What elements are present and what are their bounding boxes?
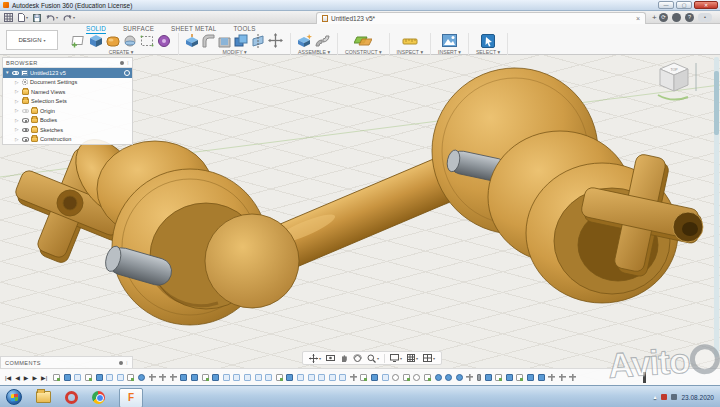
- timeline-doc-feature-icon[interactable]: [106, 374, 113, 381]
- timeline-circle-feature-icon[interactable]: [435, 374, 442, 381]
- display-settings-command[interactable]: ▾: [390, 354, 402, 362]
- chrome-taskbar-icon[interactable]: [92, 391, 105, 404]
- scrollbar-thumb[interactable]: [714, 71, 719, 135]
- timeline-circle-feature-icon[interactable]: [445, 374, 452, 381]
- timeline-sketch-feature-icon[interactable]: [85, 374, 92, 381]
- timeline-move-feature-icon[interactable]: [559, 374, 566, 381]
- go-to-start-button[interactable]: |◀: [5, 374, 11, 381]
- timeline-extrude-feature-icon[interactable]: [527, 374, 534, 381]
- visibility-eye-icon[interactable]: [22, 137, 29, 142]
- browser-item-sketches[interactable]: ▷ Sketches: [3, 125, 132, 135]
- sync-status-icon[interactable]: ⟳: [659, 13, 668, 22]
- browser-item-document-settings[interactable]: ▷ Document Settings: [3, 78, 132, 88]
- view-cube[interactable]: TOP: [652, 57, 704, 105]
- grid-snaps-command[interactable]: ▾: [407, 354, 418, 362]
- timeline-sketch-feature-icon[interactable]: [202, 374, 209, 381]
- timeline-doc-feature-icon[interactable]: [244, 374, 251, 381]
- look-at-command[interactable]: [326, 354, 335, 362]
- timeline-extrude-feature-icon[interactable]: [371, 374, 378, 381]
- visibility-eye-icon[interactable]: [22, 109, 29, 114]
- browser-item-named-views[interactable]: ▷ Named Views: [3, 87, 132, 97]
- measure-icon[interactable]: [402, 34, 418, 48]
- help-icon[interactable]: ?: [685, 13, 694, 22]
- timeline-move-feature-icon[interactable]: [466, 374, 473, 381]
- expand-icon[interactable]: ▷: [15, 108, 20, 113]
- close-tab-icon[interactable]: ×: [636, 15, 640, 23]
- minimize-button[interactable]: —: [658, 1, 674, 9]
- step-back-button[interactable]: ◀: [15, 374, 20, 381]
- viewport-scrollbar[interactable]: [714, 57, 719, 357]
- timeline-extrude-feature-icon[interactable]: [286, 374, 293, 381]
- timeline-doc-feature-icon[interactable]: [329, 374, 336, 381]
- orbit-command[interactable]: [353, 354, 362, 363]
- timeline-doc-feature-icon[interactable]: [74, 374, 81, 381]
- timeline-extrude-feature-icon[interactable]: [180, 374, 187, 381]
- timeline-sketch-feature-icon[interactable]: [127, 374, 134, 381]
- pan-hand-command[interactable]: [340, 354, 348, 363]
- maximize-button[interactable]: ▢: [676, 1, 692, 9]
- redo-button[interactable]: ▾: [63, 14, 75, 22]
- expand-icon[interactable]: ▷: [15, 137, 20, 142]
- timeline-doc-feature-icon[interactable]: [297, 374, 304, 381]
- combine-icon[interactable]: [234, 34, 248, 48]
- tray-app-icon[interactable]: [671, 394, 677, 400]
- play-button[interactable]: ▶: [24, 374, 29, 381]
- browser-item-construction[interactable]: ▷ Construction: [3, 135, 132, 145]
- data-panel-toggle-button[interactable]: [4, 13, 13, 22]
- fillet-icon[interactable]: [202, 34, 215, 48]
- panel-options-icon[interactable]: [120, 61, 124, 65]
- opera-taskbar-icon[interactable]: [65, 391, 78, 404]
- timeline-sketch-feature-icon[interactable]: [495, 374, 502, 381]
- timeline-pin-feature-icon[interactable]: [477, 374, 481, 381]
- fusion360-taskbar-button[interactable]: F: [119, 388, 143, 407]
- timeline-sketch-feature-icon[interactable]: [424, 374, 431, 381]
- timeline-circle-feature-icon[interactable]: [456, 374, 463, 381]
- timeline-doc-feature-icon[interactable]: [117, 374, 124, 381]
- timeline-doc-feature-icon[interactable]: [339, 374, 346, 381]
- select-icon[interactable]: [481, 34, 495, 48]
- timeline-sketch-feature-icon[interactable]: [403, 374, 410, 381]
- panel-options-icon[interactable]: [119, 361, 123, 365]
- new-component-icon[interactable]: [298, 34, 312, 48]
- timeline-extrude-feature-icon[interactable]: [191, 374, 198, 381]
- root-radio-icon[interactable]: [124, 70, 130, 76]
- browser-item-bodies[interactable]: ▷ Bodies: [3, 116, 132, 126]
- timeline-extrude-feature-icon[interactable]: [485, 374, 492, 381]
- joint-icon[interactable]: [315, 34, 330, 48]
- box-primitive-icon[interactable]: [140, 34, 154, 48]
- tray-app-icon[interactable]: [661, 394, 667, 400]
- new-tab-button[interactable]: +: [652, 13, 657, 22]
- timeline-doc-feature-icon[interactable]: [265, 374, 272, 381]
- timeline-doc-feature-icon[interactable]: [318, 374, 325, 381]
- browser-item-origin[interactable]: ▷ Origin: [3, 106, 132, 116]
- timeline-circle-feature-icon[interactable]: [138, 374, 145, 381]
- split-body-icon[interactable]: [251, 34, 265, 48]
- revolve-icon[interactable]: [123, 34, 137, 48]
- tray-expand-icon[interactable]: ▲: [653, 394, 658, 400]
- expand-icon[interactable]: ▷: [15, 89, 20, 94]
- save-button[interactable]: [33, 14, 41, 22]
- close-button[interactable]: ✕: [694, 1, 718, 9]
- insert-canvas-icon[interactable]: [442, 34, 457, 47]
- move-copy-icon[interactable]: [268, 33, 283, 48]
- timeline-sketch-feature-icon[interactable]: [516, 374, 523, 381]
- start-button[interactable]: [6, 389, 22, 405]
- timeline-position-marker[interactable]: [643, 372, 646, 383]
- timeline-sketch-feature-icon[interactable]: [53, 374, 60, 381]
- expand-icon[interactable]: ▷: [15, 99, 20, 104]
- shell-icon[interactable]: [218, 34, 231, 48]
- timeline-extrude-feature-icon[interactable]: [64, 374, 71, 381]
- taskbar-clock[interactable]: 23.08.2020: [681, 394, 716, 401]
- file-menu-button[interactable]: ▾: [18, 13, 28, 22]
- timeline-move-feature-icon[interactable]: [350, 374, 357, 381]
- timeline-doc-feature-icon[interactable]: [223, 374, 230, 381]
- extrude-icon[interactable]: [89, 34, 103, 48]
- timeline-move-feature-icon[interactable]: [548, 374, 555, 381]
- go-to-end-button[interactable]: ▶|: [41, 374, 47, 381]
- form-icon[interactable]: [106, 34, 120, 48]
- timeline-extrude-feature-icon[interactable]: [212, 374, 219, 381]
- timeline-doc-feature-icon[interactable]: [308, 374, 315, 381]
- expand-icon[interactable]: ▷: [15, 80, 20, 85]
- construction-plane-icon[interactable]: [354, 34, 372, 48]
- browser-header[interactable]: BROWSER ⁞: [3, 58, 132, 68]
